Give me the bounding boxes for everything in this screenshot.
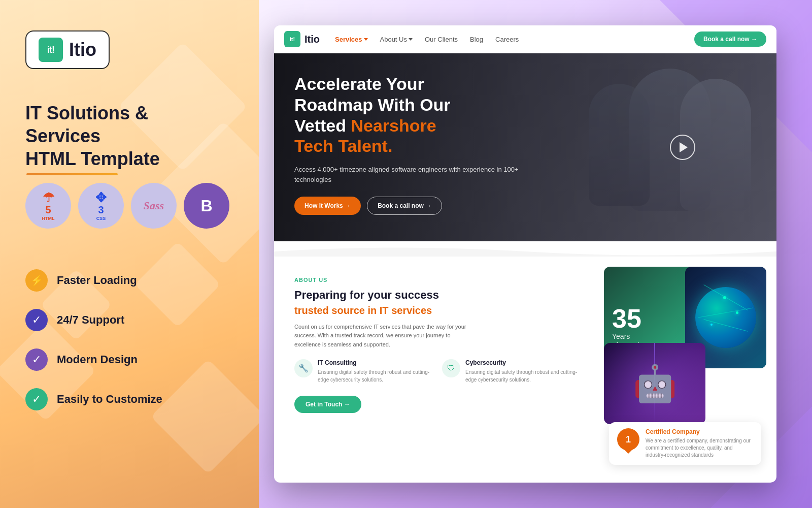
- left-logo-text: Itio: [69, 39, 96, 60]
- book-call-button[interactable]: Book a call now →: [694, 31, 766, 47]
- ai-robot-image: 🤖: [604, 343, 705, 424]
- browser-logo: it! Itio: [284, 31, 320, 47]
- feature-easily-customize: ✓ Easily to Customize: [25, 388, 162, 410]
- left-panel: it! Itio IT Solutions & Services HTML Te…: [0, 0, 259, 508]
- nav-links: Services About Us Our Clients Blog Caree…: [335, 36, 694, 43]
- it-consulting-desc: Ensuring digital safety through robust a…: [318, 368, 436, 384]
- badge-sass: Sass: [131, 183, 177, 229]
- chevron-down-about: [409, 38, 413, 41]
- cybersecurity-desc: Ensuring digital safety through robust a…: [465, 368, 584, 384]
- hero-content: Accelerate Your Roadmap With Our Vetted …: [294, 74, 538, 215]
- cybersecurity-info: Cybersecurity Ensuring digital safety th…: [465, 359, 584, 384]
- feature-247-support: ✓ 24/7 Support: [25, 309, 162, 331]
- headline-underline: [26, 173, 118, 175]
- it-consulting-info: IT Consulting Ensuring digital safety th…: [318, 359, 436, 384]
- hero-people: [548, 64, 751, 231]
- about-subtitle-orange: trusted source in IT services: [294, 305, 584, 316]
- about-left: About Us Preparing for your success trus…: [274, 257, 604, 475]
- browser-navbar: it! Itio Services About Us Our Clients B…: [274, 25, 776, 53]
- get-in-touch-button[interactable]: Get in Touch →: [294, 396, 361, 413]
- nav-item-services[interactable]: Services: [335, 36, 368, 43]
- check-icon-green: ✓: [25, 388, 48, 410]
- book-call-hero-button[interactable]: Book a call now →: [367, 197, 442, 215]
- certified-card: 1 Certified Company We are a certified c…: [609, 422, 761, 465]
- svg-text:🛡: 🛡: [447, 364, 455, 372]
- browser-window: it! Itio Services About Us Our Clients B…: [274, 25, 776, 483]
- play-video-button[interactable]: [670, 135, 695, 160]
- play-triangle-icon: [680, 142, 688, 152]
- cybersecurity-icon: 🛡: [442, 359, 460, 377]
- certified-desc: We are a certified company, demonstratin…: [646, 437, 753, 459]
- headline-text: IT Solutions & Services HTML Template: [25, 102, 228, 170]
- diamond-decoration-3: [151, 359, 259, 474]
- certified-title: Certified Company: [646, 428, 753, 435]
- check-icon-blue: ✓: [25, 309, 48, 331]
- feature-label-faster-loading: Faster Loading: [57, 274, 137, 287]
- about-section: About Us Preparing for your success trus…: [274, 257, 776, 475]
- feature-label-easily-customize: Easily to Customize: [57, 393, 162, 406]
- how-it-works-button[interactable]: How It Works →: [294, 197, 361, 215]
- lightning-icon: ⚡: [25, 269, 48, 292]
- about-label: About Us: [294, 277, 584, 283]
- person-silhouette-3: [589, 84, 650, 206]
- badge-bootstrap: B: [184, 183, 229, 229]
- it-consulting-title: IT Consulting: [318, 359, 436, 366]
- hero-title: Accelerate Your Roadmap With Our Vetted …: [294, 74, 538, 156]
- about-description: Count on us for comprehensive IT service…: [294, 323, 467, 350]
- feature-modern-design: ✓ Modern Design: [25, 348, 162, 371]
- chevron-down-services: [364, 38, 368, 41]
- wave-divider: [274, 241, 776, 257]
- years-number: 35: [612, 305, 641, 332]
- hero-subtitle: Access 4,000+ timezone aligned software …: [294, 165, 538, 184]
- service-item-it-consulting: 🔧 IT Consulting Ensuring digital safety …: [294, 359, 436, 384]
- feature-label-247-support: 24/7 Support: [57, 313, 124, 327]
- wave-svg: [274, 241, 776, 257]
- tech-badges: ☂ 5 HTML ✥ 3 CSS Sass B: [25, 183, 229, 229]
- browser-logo-text: Itio: [304, 34, 320, 45]
- hero-section: Accelerate Your Roadmap With Our Vetted …: [274, 53, 776, 241]
- feature-label-modern-design: Modern Design: [57, 353, 138, 366]
- cybersecurity-title: Cybersecurity: [465, 359, 584, 366]
- it-consulting-icon: 🔧: [294, 359, 313, 377]
- nav-item-blog[interactable]: Blog: [470, 36, 483, 43]
- nav-item-about[interactable]: About Us: [380, 36, 413, 43]
- left-logo-icon: it!: [39, 38, 63, 62]
- hero-buttons: How It Works → Book a call now →: [294, 197, 538, 215]
- feature-faster-loading: ⚡ Faster Loading: [25, 269, 162, 292]
- certified-badge: 1: [617, 428, 639, 451]
- nav-item-careers[interactable]: Careers: [495, 36, 519, 43]
- headline: IT Solutions & Services HTML Template: [25, 102, 228, 175]
- about-title: Preparing for your success: [294, 288, 584, 303]
- service-item-cybersecurity: 🛡 Cybersecurity Ensuring digital safety …: [442, 359, 584, 384]
- badge-css3: ✥ 3 CSS: [78, 183, 124, 229]
- features-list: ⚡ Faster Loading ✓ 24/7 Support ✓ Modern…: [25, 269, 162, 410]
- check-icon-purple: ✓: [25, 348, 48, 371]
- right-panel: it! Itio Services About Us Our Clients B…: [259, 0, 812, 508]
- badge-html5: ☂ 5 HTML: [25, 183, 71, 229]
- browser-logo-icon: it!: [284, 31, 300, 47]
- svg-text:🔧: 🔧: [298, 363, 309, 373]
- certified-info: Certified Company We are a certified com…: [646, 428, 753, 459]
- globe-visual: [695, 287, 756, 348]
- robot-icon: 🤖: [633, 363, 677, 404]
- nav-item-clients[interactable]: Our Clients: [425, 36, 458, 43]
- about-right: 35 Yearsof experience: [604, 257, 776, 475]
- left-logo-box: it! Itio: [25, 30, 110, 69]
- services-grid: 🔧 IT Consulting Ensuring digital safety …: [294, 359, 584, 384]
